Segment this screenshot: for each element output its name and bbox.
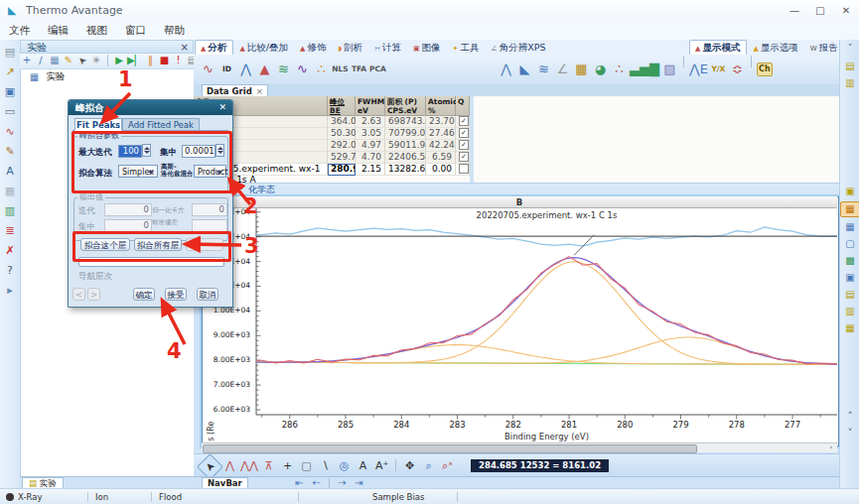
first-item-icon[interactable]: ⇤ (292, 477, 307, 488)
close-button[interactable]: ✕ (833, 0, 859, 21)
tab-fit-peaks[interactable]: Fit Peaks (74, 118, 122, 131)
channel-icon[interactable]: Ch (757, 63, 773, 76)
checkbox-checked[interactable]: ✓ (459, 152, 469, 162)
cluster-icon[interactable]: ∴ (313, 57, 330, 82)
ribbon-tab-比较/叠加[interactable]: ▲比较/叠加 (234, 41, 294, 56)
convergence-spinner[interactable] (215, 144, 224, 157)
ok-button[interactable]: 确定 (133, 288, 155, 301)
multi-peak-tool-icon[interactable]: ⋀⋀ (240, 457, 258, 474)
cell-area[interactable]: 698743.49 (385, 116, 426, 128)
line-tool-icon[interactable]: ∖ (317, 457, 334, 474)
max-iterations-field[interactable]: 100 (118, 145, 142, 158)
new-document-icon[interactable]: ▤ (2, 46, 18, 60)
nav-next-button[interactable]: > (87, 288, 100, 301)
last-item-icon[interactable]: ⇥ (352, 477, 366, 488)
nls-icon[interactable]: NLS (332, 57, 349, 82)
alert-icon[interactable]: ! (172, 54, 184, 67)
view-tool-icon[interactable]: ◎ (336, 457, 353, 474)
menu-item[interactable]: 帮助 (155, 22, 194, 40)
cell-fwhm[interactable]: 2.15 (356, 164, 385, 176)
overlay-icon[interactable]: ≋ (275, 57, 292, 82)
cell-atomic[interactable]: 27.46 (426, 128, 456, 140)
bar-chart-icon[interactable]: ▃▅▇ (630, 57, 659, 82)
menu-item[interactable]: 视图 (77, 22, 116, 40)
nav-prev-button[interactable]: < (72, 288, 85, 301)
ribbon-tab-报告[interactable]: W报告 (805, 41, 844, 56)
gl-mix-select[interactable]: Product (194, 165, 226, 178)
print-icon[interactable]: ▭ (2, 105, 18, 119)
line-plot-icon[interactable]: ⋀ (498, 57, 514, 82)
run-step-icon[interactable]: ▶▏ (127, 54, 142, 67)
checkbox-checked[interactable]: ✓ (459, 116, 469, 126)
move-tool-icon[interactable]: ✥ (401, 457, 418, 474)
display-window-icon[interactable]: ▢ (840, 237, 859, 251)
text-add-tool-icon[interactable]: A⁺ (373, 457, 390, 474)
ribbon-tab-计算[interactable]: ∺计算 (369, 41, 407, 56)
crosshair-tool-icon[interactable]: + (279, 457, 296, 474)
table-mode-icon[interactable]: ▦ (573, 57, 590, 82)
pca-icon[interactable]: PCA (369, 57, 386, 82)
export-icon[interactable]: ↗ (2, 65, 18, 79)
annotate-icon[interactable]: A (2, 165, 18, 179)
grid-link-化学态[interactable]: 化学态 (248, 185, 275, 194)
display-add-icon[interactable]: ▤ (840, 288, 859, 302)
smooth-icon[interactable]: ∿ (200, 57, 216, 82)
panel-close-icon[interactable]: × (181, 41, 189, 55)
tab-close-icon[interactable]: × (256, 86, 263, 96)
report-page-icon[interactable]: ▤ (840, 60, 859, 73)
menu-item[interactable]: 编辑 (39, 22, 77, 40)
collapse-ribbon-icon[interactable]: ˇ (840, 43, 859, 57)
display-new-icon[interactable]: ▣ (840, 185, 859, 198)
display-an-icon[interactable]: ▦ (840, 321, 859, 335)
tfa-icon[interactable]: TFA (351, 57, 367, 82)
checkbox-unchecked[interactable] (459, 164, 469, 174)
text-tool-icon[interactable]: A (355, 457, 371, 474)
region-select-tool-icon[interactable]: ▢ (298, 457, 315, 474)
threed-chart-icon[interactable]: ▨ (661, 57, 678, 82)
checkbox-checked[interactable]: ✓ (459, 128, 469, 138)
ribbon-tab-剖析[interactable]: ◗剖析 (333, 41, 368, 56)
axes-icon[interactable]: Y/X (710, 57, 727, 82)
display-grid-icon[interactable]: ▦ (840, 201, 859, 217)
peak-fit-icon[interactable]: ⋀ (237, 57, 254, 82)
peak-view-icon[interactable]: ∿ (2, 125, 18, 139)
id-icon[interactable]: ID (218, 57, 235, 82)
spectrum-plot[interactable]: 286285284283282281280279278277Binding En… (254, 206, 839, 444)
display-green-icon[interactable]: ▩ (840, 254, 859, 268)
cell-be[interactable]: 364.02 (328, 116, 356, 128)
display-bn-icon[interactable]: ▥ (840, 305, 859, 318)
checkbox-checked[interactable]: ✓ (459, 140, 469, 150)
cell-area[interactable]: 70799.07 (385, 128, 426, 140)
convergence-field[interactable]: 0.0001 (182, 145, 215, 158)
zoom-reset-tool-icon[interactable]: ⌕ˣ (439, 457, 456, 474)
help-icon[interactable]: ? (2, 264, 18, 278)
maximize-button[interactable]: □ (807, 0, 833, 21)
fit-this-level-button[interactable]: 拟合这个层 (80, 238, 130, 251)
tree-node-experiment[interactable]: ▦ 实验 (26, 70, 185, 84)
display-table-icon[interactable]: ▦ (840, 220, 859, 234)
cell-be[interactable]: 280.91 (328, 164, 356, 176)
cell-fwhm[interactable]: 4.97 (356, 140, 385, 152)
menu-item[interactable]: 窗口 (116, 22, 155, 40)
ribbon-tab-显示选项[interactable]: ▲显示选项 (748, 41, 803, 56)
dialog-title-bar[interactable]: 峰拟合 ✕ (69, 100, 232, 115)
cell-atomic[interactable]: 6.59 (426, 152, 456, 164)
table-view-icon[interactable]: ▥ (2, 204, 18, 218)
cell-area[interactable]: 59011.94 (385, 140, 426, 152)
grid-icon[interactable]: ▦ (49, 54, 61, 67)
report-add-icon[interactable]: ▥ (840, 76, 859, 90)
save-icon[interactable]: ▣ (2, 85, 18, 99)
cell-area[interactable]: 13282.65 (385, 164, 426, 176)
settings-gear-icon[interactable]: ✳ (90, 54, 102, 67)
column-header[interactable]: Atomic % (426, 96, 456, 116)
column-header[interactable]: FWHM eV (356, 96, 385, 116)
cell-be[interactable]: 50.30 (328, 128, 356, 140)
delete-icon[interactable]: ✗ (2, 244, 18, 258)
cell-fwhm[interactable]: 4.70 (356, 152, 385, 164)
tree-view-icon[interactable]: ≣ (2, 224, 18, 238)
display-blue-icon[interactable]: ▣ (840, 271, 859, 285)
peak-area-icon[interactable]: ▲ (256, 57, 273, 82)
dialog-close-icon[interactable]: ✕ (218, 100, 226, 115)
algorithm-select[interactable]: Simplex (118, 165, 158, 178)
cell-area[interactable]: 22406.58 (385, 152, 426, 164)
